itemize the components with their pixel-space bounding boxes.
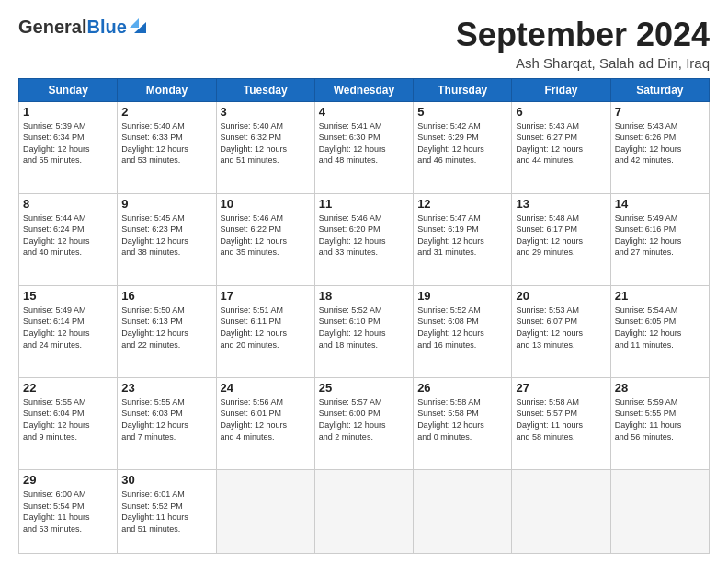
- day-number: 28: [615, 381, 705, 395]
- col-wednesday: Wednesday: [314, 78, 413, 101]
- day-number: 19: [417, 289, 507, 303]
- calendar-cell: 12Sunrise: 5:47 AMSunset: 6:19 PMDayligh…: [414, 193, 512, 285]
- day-number: 16: [121, 289, 211, 303]
- calendar-cell: 4Sunrise: 5:41 AMSunset: 6:30 PMDaylight…: [314, 101, 413, 193]
- calendar-cell: 20Sunrise: 5:53 AMSunset: 6:07 PMDayligh…: [512, 285, 610, 377]
- day-info: Sunrise: 5:41 AMSunset: 6:30 PMDaylight:…: [319, 121, 409, 167]
- col-tuesday: Tuesday: [216, 78, 314, 101]
- calendar-cell: 3Sunrise: 5:40 AMSunset: 6:32 PMDaylight…: [216, 101, 314, 193]
- day-info: Sunrise: 5:55 AMSunset: 6:04 PMDaylight:…: [23, 396, 113, 442]
- day-info: Sunrise: 5:56 AMSunset: 6:01 PMDaylight:…: [221, 396, 311, 442]
- day-number: 29: [23, 473, 113, 487]
- logo-general: GeneralBlue: [18, 17, 127, 37]
- calendar-cell: 16Sunrise: 5:50 AMSunset: 6:13 PMDayligh…: [118, 285, 216, 377]
- calendar-week-row: 15Sunrise: 5:49 AMSunset: 6:14 PMDayligh…: [19, 285, 710, 377]
- day-info: Sunrise: 5:48 AMSunset: 6:17 PMDaylight:…: [516, 213, 606, 259]
- day-number: 1: [23, 105, 113, 119]
- calendar-header-row: Sunday Monday Tuesday Wednesday Thursday…: [19, 78, 710, 101]
- calendar-cell: 28Sunrise: 5:59 AMSunset: 5:55 PMDayligh…: [610, 377, 709, 469]
- calendar-cell: 11Sunrise: 5:46 AMSunset: 6:20 PMDayligh…: [314, 193, 413, 285]
- day-number: 13: [516, 197, 606, 211]
- calendar-cell: 24Sunrise: 5:56 AMSunset: 6:01 PMDayligh…: [216, 377, 314, 469]
- calendar-week-row: 22Sunrise: 5:55 AMSunset: 6:04 PMDayligh…: [19, 377, 710, 469]
- day-info: Sunrise: 5:42 AMSunset: 6:29 PMDaylight:…: [417, 121, 507, 167]
- day-number: 6: [516, 105, 606, 119]
- day-info: Sunrise: 5:43 AMSunset: 6:27 PMDaylight:…: [516, 121, 606, 167]
- day-number: 30: [121, 473, 211, 487]
- day-info: Sunrise: 5:46 AMSunset: 6:20 PMDaylight:…: [319, 213, 409, 259]
- day-info: Sunrise: 5:55 AMSunset: 6:03 PMDaylight:…: [121, 396, 211, 442]
- day-info: Sunrise: 5:47 AMSunset: 6:19 PMDaylight:…: [417, 213, 507, 259]
- calendar-cell: 21Sunrise: 5:54 AMSunset: 6:05 PMDayligh…: [610, 285, 709, 377]
- calendar-cell: 26Sunrise: 5:58 AMSunset: 5:58 PMDayligh…: [414, 377, 512, 469]
- main-title: September 2024: [456, 17, 710, 53]
- col-monday: Monday: [118, 78, 216, 101]
- calendar-cell: [414, 469, 512, 553]
- day-number: 7: [615, 105, 705, 119]
- day-number: 27: [516, 381, 606, 395]
- day-number: 10: [221, 197, 311, 211]
- calendar-cell: 9Sunrise: 5:45 AMSunset: 6:23 PMDaylight…: [118, 193, 216, 285]
- calendar-cell: 17Sunrise: 5:51 AMSunset: 6:11 PMDayligh…: [216, 285, 314, 377]
- logo-icon: [130, 17, 146, 33]
- page: GeneralBlue September 2024 Ash Sharqat, …: [0, 0, 728, 563]
- day-number: 5: [417, 105, 507, 119]
- day-info: Sunrise: 5:45 AMSunset: 6:23 PMDaylight:…: [121, 213, 211, 259]
- calendar-cell: 2Sunrise: 5:40 AMSunset: 6:33 PMDaylight…: [118, 101, 216, 193]
- calendar-cell: 13Sunrise: 5:48 AMSunset: 6:17 PMDayligh…: [512, 193, 610, 285]
- logo: GeneralBlue: [18, 17, 146, 37]
- calendar-week-row: 29Sunrise: 6:00 AMSunset: 5:54 PMDayligh…: [19, 469, 710, 553]
- day-info: Sunrise: 5:40 AMSunset: 6:33 PMDaylight:…: [121, 121, 211, 167]
- calendar-cell: 5Sunrise: 5:42 AMSunset: 6:29 PMDaylight…: [414, 101, 512, 193]
- day-number: 17: [221, 289, 311, 303]
- calendar-cell: 29Sunrise: 6:00 AMSunset: 5:54 PMDayligh…: [19, 469, 118, 553]
- day-number: 4: [319, 105, 409, 119]
- day-number: 15: [23, 289, 113, 303]
- calendar-cell: 1Sunrise: 5:39 AMSunset: 6:34 PMDaylight…: [19, 101, 118, 193]
- day-number: 12: [417, 197, 507, 211]
- day-info: Sunrise: 5:40 AMSunset: 6:32 PMDaylight:…: [221, 121, 311, 167]
- day-number: 20: [516, 289, 606, 303]
- col-friday: Friday: [512, 78, 610, 101]
- day-info: Sunrise: 5:59 AMSunset: 5:55 PMDaylight:…: [615, 396, 705, 442]
- day-info: Sunrise: 6:01 AMSunset: 5:52 PMDaylight:…: [121, 488, 211, 534]
- day-number: 8: [23, 197, 113, 211]
- calendar-table: Sunday Monday Tuesday Wednesday Thursday…: [18, 78, 710, 554]
- day-info: Sunrise: 5:54 AMSunset: 6:05 PMDaylight:…: [615, 304, 705, 350]
- calendar-cell: 27Sunrise: 5:58 AMSunset: 5:57 PMDayligh…: [512, 377, 610, 469]
- calendar-cell: 6Sunrise: 5:43 AMSunset: 6:27 PMDaylight…: [512, 101, 610, 193]
- day-info: Sunrise: 6:00 AMSunset: 5:54 PMDaylight:…: [23, 488, 113, 534]
- day-info: Sunrise: 5:43 AMSunset: 6:26 PMDaylight:…: [615, 121, 705, 167]
- calendar-cell: 19Sunrise: 5:52 AMSunset: 6:08 PMDayligh…: [414, 285, 512, 377]
- calendar-cell: [314, 469, 413, 553]
- title-section: September 2024 Ash Sharqat, Salah ad Din…: [456, 17, 710, 71]
- header: GeneralBlue September 2024 Ash Sharqat, …: [18, 17, 710, 71]
- calendar-cell: 25Sunrise: 5:57 AMSunset: 6:00 PMDayligh…: [314, 377, 413, 469]
- subtitle: Ash Sharqat, Salah ad Din, Iraq: [456, 55, 710, 71]
- day-number: 22: [23, 381, 113, 395]
- day-info: Sunrise: 5:58 AMSunset: 5:58 PMDaylight:…: [417, 396, 507, 442]
- calendar-week-row: 8Sunrise: 5:44 AMSunset: 6:24 PMDaylight…: [19, 193, 710, 285]
- calendar-cell: 7Sunrise: 5:43 AMSunset: 6:26 PMDaylight…: [610, 101, 709, 193]
- calendar-week-row: 1Sunrise: 5:39 AMSunset: 6:34 PMDaylight…: [19, 101, 710, 193]
- calendar-cell: [610, 469, 709, 553]
- day-number: 18: [319, 289, 409, 303]
- calendar-cell: 15Sunrise: 5:49 AMSunset: 6:14 PMDayligh…: [19, 285, 118, 377]
- calendar-cell: 8Sunrise: 5:44 AMSunset: 6:24 PMDaylight…: [19, 193, 118, 285]
- calendar-cell: 14Sunrise: 5:49 AMSunset: 6:16 PMDayligh…: [610, 193, 709, 285]
- day-info: Sunrise: 5:58 AMSunset: 5:57 PMDaylight:…: [516, 396, 606, 442]
- day-info: Sunrise: 5:51 AMSunset: 6:11 PMDaylight:…: [221, 304, 311, 350]
- day-info: Sunrise: 5:39 AMSunset: 6:34 PMDaylight:…: [23, 121, 113, 167]
- day-info: Sunrise: 5:49 AMSunset: 6:16 PMDaylight:…: [615, 213, 705, 259]
- day-info: Sunrise: 5:57 AMSunset: 6:00 PMDaylight:…: [319, 396, 409, 442]
- day-number: 21: [615, 289, 705, 303]
- day-info: Sunrise: 5:52 AMSunset: 6:08 PMDaylight:…: [417, 304, 507, 350]
- col-sunday: Sunday: [19, 78, 118, 101]
- day-info: Sunrise: 5:53 AMSunset: 6:07 PMDaylight:…: [516, 304, 606, 350]
- day-number: 24: [221, 381, 311, 395]
- calendar-cell: 30Sunrise: 6:01 AMSunset: 5:52 PMDayligh…: [118, 469, 216, 553]
- day-info: Sunrise: 5:50 AMSunset: 6:13 PMDaylight:…: [121, 304, 211, 350]
- day-number: 14: [615, 197, 705, 211]
- calendar-cell: 18Sunrise: 5:52 AMSunset: 6:10 PMDayligh…: [314, 285, 413, 377]
- calendar-cell: 10Sunrise: 5:46 AMSunset: 6:22 PMDayligh…: [216, 193, 314, 285]
